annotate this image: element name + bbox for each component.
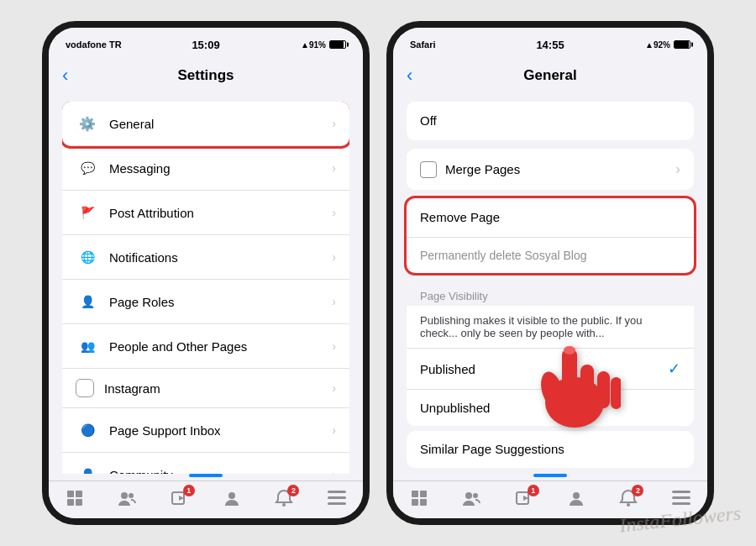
- svg-rect-22: [412, 499, 418, 506]
- messaging-label: Messaging: [109, 161, 332, 176]
- page-visibility-section: Page Visibility Publishing makes it visi…: [407, 281, 694, 426]
- left-tab-friends-icon: [117, 488, 137, 508]
- instagram-icon: [76, 379, 94, 397]
- left-battery: [329, 40, 346, 49]
- right-back-button[interactable]: ‹: [407, 65, 412, 87]
- right-tab-notifications[interactable]: 2: [618, 488, 638, 508]
- left-tab-notifications[interactable]: 2: [274, 488, 294, 508]
- similar-pages-label: Similar Page Suggestions: [420, 442, 564, 456]
- left-right-icons: ▲91%: [301, 40, 346, 50]
- right-time: 14:55: [536, 39, 564, 51]
- left-tab-watch[interactable]: 1: [170, 488, 190, 508]
- left-carrier: vodafone TR: [66, 39, 122, 50]
- settings-group-main: ⚙️ General › 💬 Messaging › 🚩 Post Attrib…: [62, 102, 349, 474]
- svg-rect-0: [67, 491, 74, 497]
- remove-page-section: Remove Page Permanently delete Sosyal Bl…: [407, 198, 694, 273]
- svg-point-24: [465, 492, 472, 499]
- settings-item-community[interactable]: 👤 Community ›: [62, 453, 349, 474]
- permanently-delete-item[interactable]: Permanently delete Sosyal Blog: [407, 238, 694, 273]
- left-bottom-indicator: [189, 474, 223, 477]
- svg-rect-21: [420, 491, 427, 497]
- right-tab-watch-badge: 1: [528, 485, 539, 496]
- community-label: Community: [109, 468, 332, 475]
- notifications-icon: 🌐: [76, 245, 99, 269]
- left-tab-menu[interactable]: [327, 488, 347, 508]
- publishing-text-item: Publishing makes it visible to the publi…: [407, 306, 694, 349]
- unpublished-item[interactable]: Unpublished: [407, 390, 694, 426]
- left-settings-list: ⚙️ General › 💬 Messaging › 🚩 Post Attrib…: [49, 93, 363, 474]
- svg-rect-11: [328, 496, 346, 499]
- svg-point-9: [282, 503, 286, 507]
- visibility-header-label: Page Visibility: [420, 290, 488, 302]
- left-nav-bar: ‹ Settings: [49, 58, 363, 93]
- merge-icon: [420, 161, 437, 178]
- svg-rect-3: [76, 499, 82, 506]
- right-phone: Safari 14:55 ▲92% ‹ General Off: [386, 21, 714, 525]
- svg-rect-30: [672, 491, 690, 493]
- left-tab-profile-icon: [222, 488, 242, 508]
- right-tab-menu[interactable]: [671, 488, 691, 508]
- page-roles-icon: 👤: [76, 290, 99, 313]
- remove-page-label: Remove Page: [420, 210, 500, 224]
- people-other-pages-label: People and Other Pages: [109, 339, 332, 354]
- published-item[interactable]: Published ✓: [407, 349, 694, 390]
- right-tab-home-icon: [409, 488, 429, 508]
- people-other-pages-chevron: ›: [332, 339, 336, 353]
- right-tab-profile-icon: [566, 488, 586, 508]
- settings-item-general[interactable]: ⚙️ General ›: [62, 102, 349, 146]
- right-tab-notifications-badge: 2: [632, 485, 643, 496]
- left-tab-friends[interactable]: [117, 488, 137, 508]
- svg-rect-23: [420, 499, 427, 506]
- right-tab-profile[interactable]: [566, 488, 586, 508]
- merge-pages-label: Merge Pages: [445, 162, 520, 176]
- left-tab-notifications-badge: 2: [287, 485, 299, 496]
- right-signal-pct: ▲92%: [645, 40, 670, 50]
- right-tab-watch[interactable]: 1: [514, 488, 534, 508]
- settings-item-post-attribution[interactable]: 🚩 Post Attribution ›: [62, 191, 349, 235]
- general-chevron: ›: [332, 117, 336, 130]
- merge-pages-section: Merge Pages ›: [407, 149, 694, 190]
- svg-rect-20: [412, 491, 418, 497]
- similar-pages-item[interactable]: Similar Page Suggestions: [407, 431, 694, 468]
- left-status-bar: vodafone TR 15:09 ▲91%: [49, 28, 363, 58]
- off-item: Off: [407, 102, 694, 140]
- remove-page-item[interactable]: Remove Page: [407, 198, 694, 238]
- visibility-header: Page Visibility: [407, 281, 694, 306]
- instagram-label: Instagram: [104, 381, 332, 396]
- svg-point-4: [121, 492, 128, 499]
- settings-item-page-support-inbox[interactable]: 🔵 Page Support Inbox ›: [62, 408, 349, 453]
- post-attribution-label: Post Attribution: [109, 206, 332, 220]
- off-section: Off: [407, 102, 694, 140]
- messaging-icon: 💬: [76, 156, 99, 180]
- left-nav-title: Settings: [177, 67, 234, 84]
- community-icon: 👤: [76, 463, 99, 474]
- settings-item-notifications[interactable]: 🌐 Notifications ›: [62, 235, 349, 280]
- page-support-inbox-label: Page Support Inbox: [109, 423, 332, 438]
- people-other-pages-icon: 👥: [76, 334, 99, 358]
- phones-container: vodafone TR 15:09 ▲91% ‹ Settings ⚙️ Gen…: [42, 21, 714, 525]
- off-label: Off: [420, 113, 437, 128]
- svg-point-28: [573, 492, 580, 499]
- notifications-chevron: ›: [332, 250, 336, 264]
- svg-point-25: [473, 493, 478, 498]
- publishing-text: Publishing makes it visible to the publi…: [420, 314, 642, 339]
- settings-item-page-roles[interactable]: 👤 Page Roles ›: [62, 280, 349, 324]
- svg-rect-10: [328, 491, 346, 493]
- settings-item-people-other-pages[interactable]: 👥 People and Other Pages ›: [62, 324, 349, 369]
- community-chevron: ›: [332, 468, 336, 474]
- merge-pages-item[interactable]: Merge Pages ›: [407, 149, 694, 190]
- svg-point-29: [627, 503, 630, 507]
- settings-item-messaging[interactable]: 💬 Messaging ›: [62, 146, 349, 191]
- right-tab-home[interactable]: [409, 488, 429, 508]
- right-tab-friends[interactable]: [461, 488, 481, 508]
- svg-rect-12: [328, 502, 346, 505]
- left-tab-bar: 1 2: [49, 480, 363, 518]
- left-back-button[interactable]: ‹: [62, 65, 68, 87]
- right-nav-bar: ‹ General: [393, 58, 707, 93]
- published-checkmark: ✓: [668, 360, 680, 378]
- left-tab-profile[interactable]: [222, 488, 242, 508]
- settings-item-instagram[interactable]: Instagram ›: [62, 369, 349, 408]
- page-support-inbox-icon: 🔵: [76, 418, 99, 442]
- messaging-chevron: ›: [332, 161, 336, 175]
- left-tab-home[interactable]: [65, 488, 85, 508]
